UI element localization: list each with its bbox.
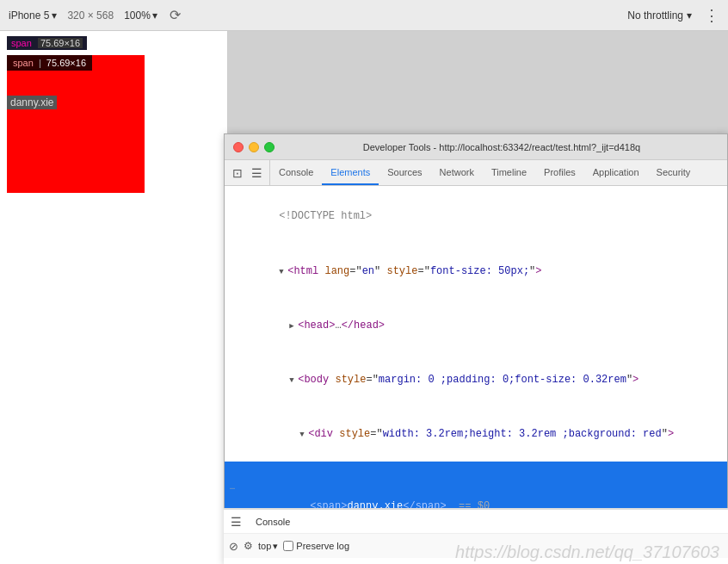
- device-preview: span 75.69×16 span | 75.69×16 danny.xie: [0, 31, 228, 564]
- tooltip-sep: |: [39, 58, 41, 68]
- zoom-arrow: ▾: [152, 9, 157, 22]
- html-doctype-line[interactable]: <!DOCTYPE html>: [225, 189, 727, 244]
- zoom-value: 100%: [124, 9, 151, 22]
- red-box-container: span 75.69×16 span | 75.69×16: [7, 38, 145, 193]
- device-icon[interactable]: ☰: [249, 165, 264, 181]
- element-text-value: danny.xie: [10, 96, 53, 108]
- red-element-box: [7, 55, 145, 193]
- filter-icon[interactable]: ⚙: [244, 540, 253, 552]
- html-tree: <!DOCTYPE html> <html lang="en" style="f…: [225, 186, 727, 537]
- devtools-tabs: ⊡ ☰ Console Elements Sources Network Tim…: [225, 160, 727, 186]
- tab-security-label: Security: [657, 167, 691, 177]
- tab-sources[interactable]: Sources: [379, 160, 430, 185]
- device-name[interactable]: iPhone 5 ▾: [9, 9, 57, 22]
- tab-timeline[interactable]: Timeline: [483, 160, 535, 185]
- preserve-log-checkbox[interactable]: Preserve log: [283, 541, 349, 551]
- size-tooltip: span | 75.69×16: [7, 55, 92, 71]
- tab-elements[interactable]: Elements: [322, 160, 379, 185]
- rotate-icon[interactable]: ⟳: [170, 7, 181, 23]
- zoom-level[interactable]: 100% ▾: [124, 9, 157, 22]
- tab-console[interactable]: Console: [270, 160, 322, 185]
- preserve-log-label: Preserve log: [296, 541, 349, 551]
- html-root-line[interactable]: <html lang="en" style="font-size: 50px;"…: [225, 244, 727, 298]
- tab-elements-label: Elements: [330, 167, 370, 177]
- hover-size: 75.69×16: [38, 38, 83, 48]
- html-head-line[interactable]: <head>…</head>: [225, 298, 727, 352]
- device-toolbar: iPhone 5 ▾ 320 × 568 100% ▾ ⟳ No throttl…: [0, 0, 728, 31]
- tab-timeline-label: Timeline: [491, 167, 527, 177]
- tab-security[interactable]: Security: [648, 160, 700, 185]
- maximize-traffic-light[interactable]: [264, 142, 275, 152]
- close-traffic-light[interactable]: [233, 142, 244, 152]
- tooltip-tag: span: [13, 58, 34, 68]
- console-header: ☰ Console: [224, 510, 728, 534]
- more-options-icon[interactable]: ⋮: [704, 6, 719, 25]
- console-tab-label: Console: [256, 517, 290, 527]
- devtools-tab-icons: ⊡ ☰: [225, 160, 270, 185]
- top-filter-dropdown[interactable]: top ▾: [258, 541, 278, 552]
- device-height: 568: [96, 9, 114, 22]
- tab-profiles[interactable]: Profiles: [535, 160, 584, 185]
- tab-application-label: Application: [593, 167, 639, 177]
- tab-console-label: Console: [279, 167, 313, 177]
- hover-tag: span: [11, 38, 32, 48]
- top-filter-arrow: ▾: [273, 541, 278, 552]
- console-menu-icon[interactable]: ☰: [231, 515, 242, 529]
- throttling-control[interactable]: No throttling ▾: [627, 9, 692, 22]
- watermark: https://blog.csdn.net/qq_37107603: [455, 542, 719, 562]
- preview-content: span 75.69×16 span | 75.69×16 danny.xie: [0, 31, 227, 203]
- html-body-line[interactable]: <body style="margin: 0 ;padding: 0;font-…: [225, 353, 727, 407]
- html-div-line[interactable]: <div style="width: 3.2rem;height: 3.2rem…: [225, 407, 727, 462]
- console-bar: ☰ Console ⊘ ⚙ top ▾ Preserve log https:/…: [224, 508, 728, 564]
- devtools-titlebar: Developer Tools - http://localhost:63342…: [225, 134, 727, 160]
- tab-network-label: Network: [440, 167, 474, 177]
- tab-network[interactable]: Network: [431, 160, 483, 185]
- top-filter-label: top: [258, 541, 271, 551]
- devtools-title: Developer Tools - http://localhost:63342…: [285, 142, 719, 152]
- prohibit-icon[interactable]: ⊘: [229, 540, 238, 553]
- element-hover-label: span 75.69×16: [7, 36, 87, 50]
- throttling-arrow: ▾: [687, 9, 692, 22]
- tab-profiles-label: Profiles: [544, 167, 576, 177]
- preserve-log-check[interactable]: [283, 541, 293, 551]
- x-symbol: ×: [88, 9, 96, 22]
- device-dropdown-arrow: ▾: [52, 9, 57, 22]
- minimize-traffic-light[interactable]: [249, 142, 259, 152]
- dimension-separator: 320 × 568: [67, 9, 114, 22]
- throttling-label: No throttling: [627, 9, 683, 22]
- console-filter-bar: ⊘ ⚙ top ▾ Preserve log https://blog.csdn…: [224, 534, 728, 558]
- inspect-icon[interactable]: ⊡: [230, 165, 245, 181]
- console-tab-button[interactable]: Console: [249, 515, 297, 529]
- device-width: 320: [67, 9, 84, 22]
- devtools-panel: Developer Tools - http://localhost:63342…: [224, 133, 728, 564]
- device-name-label: iPhone 5: [9, 9, 49, 22]
- tooltip-size: 75.69×16: [46, 58, 86, 68]
- watermark-text: https://blog.csdn.net/qq_37107603: [455, 542, 719, 561]
- tab-sources-label: Sources: [387, 167, 422, 177]
- danny-xie-label: danny.xie: [7, 96, 57, 109]
- tab-application[interactable]: Application: [584, 160, 648, 185]
